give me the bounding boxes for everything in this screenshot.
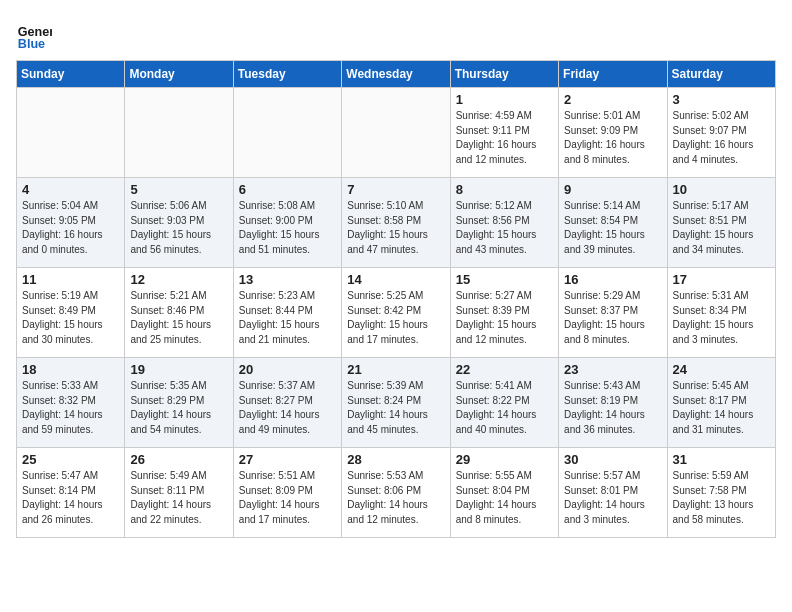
day-info: Sunrise: 5:17 AM Sunset: 8:51 PM Dayligh… [673, 199, 770, 257]
day-number: 22 [456, 362, 553, 377]
calendar-cell: 19Sunrise: 5:35 AM Sunset: 8:29 PM Dayli… [125, 358, 233, 448]
calendar-cell: 2Sunrise: 5:01 AM Sunset: 9:09 PM Daylig… [559, 88, 667, 178]
calendar-cell: 15Sunrise: 5:27 AM Sunset: 8:39 PM Dayli… [450, 268, 558, 358]
day-info: Sunrise: 5:25 AM Sunset: 8:42 PM Dayligh… [347, 289, 444, 347]
weekday-header-monday: Monday [125, 61, 233, 88]
day-number: 24 [673, 362, 770, 377]
day-number: 19 [130, 362, 227, 377]
day-number: 3 [673, 92, 770, 107]
day-info: Sunrise: 5:12 AM Sunset: 8:56 PM Dayligh… [456, 199, 553, 257]
day-number: 21 [347, 362, 444, 377]
calendar-cell: 6Sunrise: 5:08 AM Sunset: 9:00 PM Daylig… [233, 178, 341, 268]
calendar-cell: 10Sunrise: 5:17 AM Sunset: 8:51 PM Dayli… [667, 178, 775, 268]
day-info: Sunrise: 5:33 AM Sunset: 8:32 PM Dayligh… [22, 379, 119, 437]
day-number: 30 [564, 452, 661, 467]
calendar-cell: 12Sunrise: 5:21 AM Sunset: 8:46 PM Dayli… [125, 268, 233, 358]
day-number: 1 [456, 92, 553, 107]
logo: General Blue [16, 16, 56, 52]
day-info: Sunrise: 5:06 AM Sunset: 9:03 PM Dayligh… [130, 199, 227, 257]
day-info: Sunrise: 5:55 AM Sunset: 8:04 PM Dayligh… [456, 469, 553, 527]
day-info: Sunrise: 5:29 AM Sunset: 8:37 PM Dayligh… [564, 289, 661, 347]
calendar-table: SundayMondayTuesdayWednesdayThursdayFrid… [16, 60, 776, 538]
logo-icon: General Blue [16, 16, 52, 52]
day-number: 6 [239, 182, 336, 197]
day-info: Sunrise: 5:43 AM Sunset: 8:19 PM Dayligh… [564, 379, 661, 437]
day-number: 4 [22, 182, 119, 197]
calendar-cell: 8Sunrise: 5:12 AM Sunset: 8:56 PM Daylig… [450, 178, 558, 268]
calendar-cell: 17Sunrise: 5:31 AM Sunset: 8:34 PM Dayli… [667, 268, 775, 358]
day-info: Sunrise: 5:08 AM Sunset: 9:00 PM Dayligh… [239, 199, 336, 257]
day-info: Sunrise: 5:14 AM Sunset: 8:54 PM Dayligh… [564, 199, 661, 257]
day-info: Sunrise: 5:49 AM Sunset: 8:11 PM Dayligh… [130, 469, 227, 527]
day-number: 31 [673, 452, 770, 467]
week-row-3: 11Sunrise: 5:19 AM Sunset: 8:49 PM Dayli… [17, 268, 776, 358]
day-info: Sunrise: 5:45 AM Sunset: 8:17 PM Dayligh… [673, 379, 770, 437]
weekday-header-wednesday: Wednesday [342, 61, 450, 88]
calendar-cell: 16Sunrise: 5:29 AM Sunset: 8:37 PM Dayli… [559, 268, 667, 358]
calendar-cell: 5Sunrise: 5:06 AM Sunset: 9:03 PM Daylig… [125, 178, 233, 268]
day-number: 11 [22, 272, 119, 287]
day-number: 23 [564, 362, 661, 377]
day-info: Sunrise: 5:37 AM Sunset: 8:27 PM Dayligh… [239, 379, 336, 437]
day-info: Sunrise: 5:31 AM Sunset: 8:34 PM Dayligh… [673, 289, 770, 347]
day-info: Sunrise: 5:19 AM Sunset: 8:49 PM Dayligh… [22, 289, 119, 347]
calendar-cell: 31Sunrise: 5:59 AM Sunset: 7:58 PM Dayli… [667, 448, 775, 538]
calendar-cell: 9Sunrise: 5:14 AM Sunset: 8:54 PM Daylig… [559, 178, 667, 268]
day-number: 20 [239, 362, 336, 377]
day-info: Sunrise: 5:35 AM Sunset: 8:29 PM Dayligh… [130, 379, 227, 437]
calendar-cell: 20Sunrise: 5:37 AM Sunset: 8:27 PM Dayli… [233, 358, 341, 448]
day-number: 16 [564, 272, 661, 287]
weekday-header-friday: Friday [559, 61, 667, 88]
calendar-cell: 22Sunrise: 5:41 AM Sunset: 8:22 PM Dayli… [450, 358, 558, 448]
calendar-cell: 24Sunrise: 5:45 AM Sunset: 8:17 PM Dayli… [667, 358, 775, 448]
weekday-header-tuesday: Tuesday [233, 61, 341, 88]
day-number: 26 [130, 452, 227, 467]
day-info: Sunrise: 4:59 AM Sunset: 9:11 PM Dayligh… [456, 109, 553, 167]
week-row-4: 18Sunrise: 5:33 AM Sunset: 8:32 PM Dayli… [17, 358, 776, 448]
day-number: 27 [239, 452, 336, 467]
calendar-cell: 3Sunrise: 5:02 AM Sunset: 9:07 PM Daylig… [667, 88, 775, 178]
week-row-2: 4Sunrise: 5:04 AM Sunset: 9:05 PM Daylig… [17, 178, 776, 268]
day-number: 2 [564, 92, 661, 107]
day-number: 17 [673, 272, 770, 287]
week-row-5: 25Sunrise: 5:47 AM Sunset: 8:14 PM Dayli… [17, 448, 776, 538]
calendar-cell: 21Sunrise: 5:39 AM Sunset: 8:24 PM Dayli… [342, 358, 450, 448]
day-info: Sunrise: 5:23 AM Sunset: 8:44 PM Dayligh… [239, 289, 336, 347]
day-info: Sunrise: 5:21 AM Sunset: 8:46 PM Dayligh… [130, 289, 227, 347]
weekday-header-sunday: Sunday [17, 61, 125, 88]
day-info: Sunrise: 5:41 AM Sunset: 8:22 PM Dayligh… [456, 379, 553, 437]
day-info: Sunrise: 5:10 AM Sunset: 8:58 PM Dayligh… [347, 199, 444, 257]
day-number: 13 [239, 272, 336, 287]
day-info: Sunrise: 5:53 AM Sunset: 8:06 PM Dayligh… [347, 469, 444, 527]
day-number: 7 [347, 182, 444, 197]
day-info: Sunrise: 5:01 AM Sunset: 9:09 PM Dayligh… [564, 109, 661, 167]
day-info: Sunrise: 5:39 AM Sunset: 8:24 PM Dayligh… [347, 379, 444, 437]
day-number: 5 [130, 182, 227, 197]
calendar-cell: 14Sunrise: 5:25 AM Sunset: 8:42 PM Dayli… [342, 268, 450, 358]
calendar-cell: 13Sunrise: 5:23 AM Sunset: 8:44 PM Dayli… [233, 268, 341, 358]
calendar-cell [342, 88, 450, 178]
calendar-cell: 1Sunrise: 4:59 AM Sunset: 9:11 PM Daylig… [450, 88, 558, 178]
day-number: 14 [347, 272, 444, 287]
day-info: Sunrise: 5:27 AM Sunset: 8:39 PM Dayligh… [456, 289, 553, 347]
day-info: Sunrise: 5:57 AM Sunset: 8:01 PM Dayligh… [564, 469, 661, 527]
calendar-cell: 23Sunrise: 5:43 AM Sunset: 8:19 PM Dayli… [559, 358, 667, 448]
calendar-cell: 18Sunrise: 5:33 AM Sunset: 8:32 PM Dayli… [17, 358, 125, 448]
calendar-cell: 11Sunrise: 5:19 AM Sunset: 8:49 PM Dayli… [17, 268, 125, 358]
day-number: 29 [456, 452, 553, 467]
weekday-header-row: SundayMondayTuesdayWednesdayThursdayFrid… [17, 61, 776, 88]
calendar-cell [17, 88, 125, 178]
calendar-cell: 26Sunrise: 5:49 AM Sunset: 8:11 PM Dayli… [125, 448, 233, 538]
day-number: 25 [22, 452, 119, 467]
day-info: Sunrise: 5:51 AM Sunset: 8:09 PM Dayligh… [239, 469, 336, 527]
day-number: 18 [22, 362, 119, 377]
weekday-header-thursday: Thursday [450, 61, 558, 88]
calendar-cell [125, 88, 233, 178]
day-info: Sunrise: 5:04 AM Sunset: 9:05 PM Dayligh… [22, 199, 119, 257]
calendar-cell: 29Sunrise: 5:55 AM Sunset: 8:04 PM Dayli… [450, 448, 558, 538]
day-info: Sunrise: 5:02 AM Sunset: 9:07 PM Dayligh… [673, 109, 770, 167]
day-info: Sunrise: 5:47 AM Sunset: 8:14 PM Dayligh… [22, 469, 119, 527]
page-header: General Blue [16, 16, 776, 52]
day-number: 15 [456, 272, 553, 287]
week-row-1: 1Sunrise: 4:59 AM Sunset: 9:11 PM Daylig… [17, 88, 776, 178]
